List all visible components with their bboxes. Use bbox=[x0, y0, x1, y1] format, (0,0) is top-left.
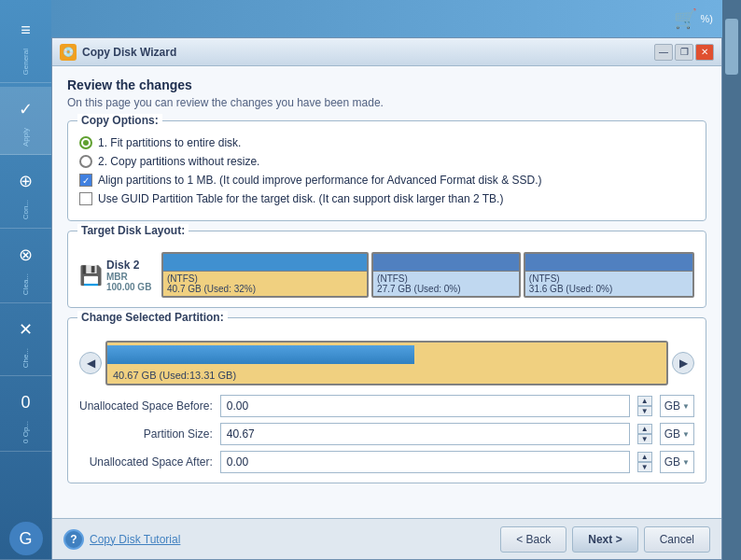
disk-size: 100.00 GB bbox=[106, 282, 151, 292]
option-1-row[interactable]: 1. Fit partitions to entire disk. bbox=[79, 136, 694, 149]
restore-button[interactable]: ❐ bbox=[675, 44, 693, 61]
option2-label: 2. Copy partitions without resize. bbox=[98, 155, 259, 168]
field-label-after: Unallocated Space After: bbox=[79, 455, 213, 469]
option-4-row[interactable]: Use GUID Partition Table for the target … bbox=[79, 192, 694, 205]
spin-up-after[interactable]: ▲ bbox=[637, 452, 652, 462]
spin-up-size[interactable]: ▲ bbox=[637, 424, 652, 434]
tutorial-link[interactable]: ? Copy Disk Tutorial bbox=[63, 529, 180, 550]
partition-preview-label: 40.67 GB (Used:13.31 GB) bbox=[107, 367, 666, 384]
sidebar-section-clean[interactable]: ⊗ Clea... bbox=[0, 232, 51, 303]
spinner-after[interactable]: ▲ ▼ bbox=[637, 452, 652, 472]
ad-icon: 🛒 bbox=[674, 7, 697, 30]
field-label-size: Partition Size: bbox=[79, 427, 213, 441]
sidebar-icon-apply[interactable]: ✓ bbox=[7, 91, 45, 128]
disk-layout: 💾 Disk 2 MBR 100.00 GB bbox=[79, 246, 694, 298]
help-icon[interactable]: ? bbox=[63, 529, 84, 550]
page-subtitle: On this page you can review the changes … bbox=[67, 96, 706, 109]
dialog: 💿 Copy Disk Wizard — ❐ ✕ Review the chan… bbox=[51, 37, 722, 560]
unit-dropdown-before[interactable]: GB ▼ bbox=[660, 395, 694, 417]
sidebar-section-con[interactable]: ⊕ Con... bbox=[0, 159, 51, 228]
cancel-button[interactable]: Cancel bbox=[644, 526, 710, 553]
copy-options-title: Copy Options: bbox=[77, 114, 162, 127]
spinner-size[interactable]: ▲ ▼ bbox=[637, 424, 652, 444]
sidebar-label-clean: Clea... bbox=[21, 273, 30, 295]
partition-preview: 40.67 GB (Used:13.31 GB) bbox=[105, 341, 668, 385]
partition-fill-1 bbox=[163, 254, 367, 271]
back-button[interactable]: < Back bbox=[500, 526, 566, 553]
next-partition-button[interactable]: ▶ bbox=[672, 352, 694, 374]
sidebar-icon-con[interactable]: ⊕ bbox=[7, 162, 45, 200]
partition-bar-3[interactable]: (NTFS) 31.6 GB (Used: 0%) bbox=[524, 252, 694, 298]
spin-up-before[interactable]: ▲ bbox=[637, 396, 652, 406]
sidebar-section-apply[interactable]: ✓ Apply bbox=[0, 87, 51, 155]
minimize-button[interactable]: — bbox=[654, 44, 673, 61]
dialog-app-icon: 💿 bbox=[60, 44, 77, 61]
ad-text: %) bbox=[701, 13, 713, 24]
partition-editor: ◀ 40.67 GB (Used:13.31 GB) ▶ bbox=[79, 335, 694, 385]
radio-filled-1 bbox=[83, 140, 89, 146]
target-disk-section: Target Disk Layout: 💾 Disk 2 MBR 100.00 … bbox=[67, 231, 706, 308]
sidebar-label-check: Che... bbox=[21, 348, 30, 368]
sidebar-icon-clean[interactable]: ⊗ bbox=[7, 236, 45, 273]
checkmark-3: ✓ bbox=[82, 175, 90, 186]
prev-partition-button[interactable]: ◀ bbox=[79, 352, 102, 374]
partition-bars: (NTFS) 40.7 GB (Used: 32%) (NTFS) 27.7 G… bbox=[161, 252, 694, 298]
next-button[interactable]: Next > bbox=[572, 526, 637, 553]
change-partition-section: Change Selected Partition: ◀ 40.67 GB (U… bbox=[67, 317, 706, 483]
radio-option1[interactable] bbox=[79, 136, 92, 149]
main-area: 🛒 %) 💿 Copy Disk Wizard — ❐ ✕ Review the… bbox=[51, 0, 722, 560]
close-button[interactable]: ✕ bbox=[695, 44, 714, 61]
option4-label: Use GUID Partition Table for the target … bbox=[98, 192, 503, 205]
partition-bar-2[interactable]: (NTFS) 27.7 GB (Used: 0%) bbox=[371, 252, 521, 298]
option-2-row[interactable]: 2. Copy partitions without resize. bbox=[79, 155, 694, 168]
footer-buttons: < Back Next > Cancel bbox=[500, 526, 710, 553]
checkbox-option4[interactable] bbox=[79, 192, 92, 205]
field-input-size[interactable] bbox=[220, 423, 630, 445]
dialog-controls[interactable]: — ❐ ✕ bbox=[654, 44, 714, 61]
scrollbar-thumb[interactable] bbox=[725, 19, 738, 75]
sidebar-icon-general[interactable]: ≡ bbox=[7, 11, 45, 49]
partition-label-1: (NTFS) 40.7 GB (Used: 32%) bbox=[163, 271, 367, 296]
sidebar-label-ops: 0 Op... bbox=[21, 421, 30, 443]
partition-label-3: (NTFS) 31.6 GB (Used: 0%) bbox=[525, 271, 692, 296]
disk-name: Disk 2 bbox=[106, 259, 151, 272]
disk-type: MBR bbox=[106, 272, 151, 282]
sidebar-section-check[interactable]: ✕ Che... bbox=[0, 307, 51, 376]
field-input-before[interactable] bbox=[220, 395, 630, 417]
spin-down-before[interactable]: ▼ bbox=[637, 406, 652, 416]
radio-option2[interactable] bbox=[79, 155, 92, 168]
checkbox-option3[interactable]: ✓ bbox=[79, 174, 92, 187]
dialog-title: Copy Disk Wizard bbox=[82, 46, 649, 59]
partition-fs-2: (NTFS) bbox=[377, 273, 515, 284]
unit-dropdown-after[interactable]: GB ▼ bbox=[660, 451, 694, 473]
partition-bar-1[interactable]: (NTFS) 40.7 GB (Used: 32%) bbox=[161, 252, 369, 298]
dialog-body: Review the changes On this page you can … bbox=[52, 66, 721, 518]
sidebar-section-g[interactable]: G bbox=[0, 518, 51, 560]
partition-size-1: 40.7 GB (Used: 32%) bbox=[167, 284, 363, 294]
partition-fill-2 bbox=[373, 254, 519, 271]
option-3-row[interactable]: ✓ Align partitions to 1 MB. (It could im… bbox=[79, 174, 694, 187]
spin-down-after[interactable]: ▼ bbox=[637, 462, 652, 472]
spinner-before[interactable]: ▲ ▼ bbox=[637, 396, 652, 416]
dropdown-arrow-before: ▼ bbox=[682, 402, 690, 411]
sidebar-icon-ops[interactable]: 0 bbox=[7, 384, 45, 421]
partition-fs-1: (NTFS) bbox=[167, 273, 363, 284]
dialog-titlebar: 💿 Copy Disk Wizard — ❐ ✕ bbox=[52, 38, 721, 66]
sidebar-label-general: General bbox=[21, 49, 30, 75]
sidebar-label-apply: Apply bbox=[21, 128, 30, 147]
field-input-after[interactable] bbox=[220, 451, 630, 473]
copy-options-section: Copy Options: 1. Fit partitions to entir… bbox=[67, 120, 706, 221]
unit-dropdown-size[interactable]: GB ▼ bbox=[660, 423, 694, 445]
partition-fs-3: (NTFS) bbox=[529, 273, 689, 284]
top-ad-bar: 🛒 %) bbox=[51, 0, 722, 37]
sidebar-icon-g[interactable]: G bbox=[9, 522, 43, 555]
dropdown-arrow-after: ▼ bbox=[682, 458, 690, 467]
spin-down-size[interactable]: ▼ bbox=[637, 434, 652, 444]
dialog-footer: ? Copy Disk Tutorial < Back Next > Cance… bbox=[52, 518, 721, 559]
sidebar-section-general[interactable]: ≡ General bbox=[0, 7, 51, 83]
tutorial-link-text: Copy Disk Tutorial bbox=[90, 533, 180, 546]
sidebar-icon-check[interactable]: ✕ bbox=[7, 311, 45, 348]
option1-label: 1. Fit partitions to entire disk. bbox=[98, 136, 241, 149]
sidebar-section-ops[interactable]: 0 0 Op... bbox=[0, 380, 51, 452]
target-disk-title: Target Disk Layout: bbox=[77, 224, 189, 237]
